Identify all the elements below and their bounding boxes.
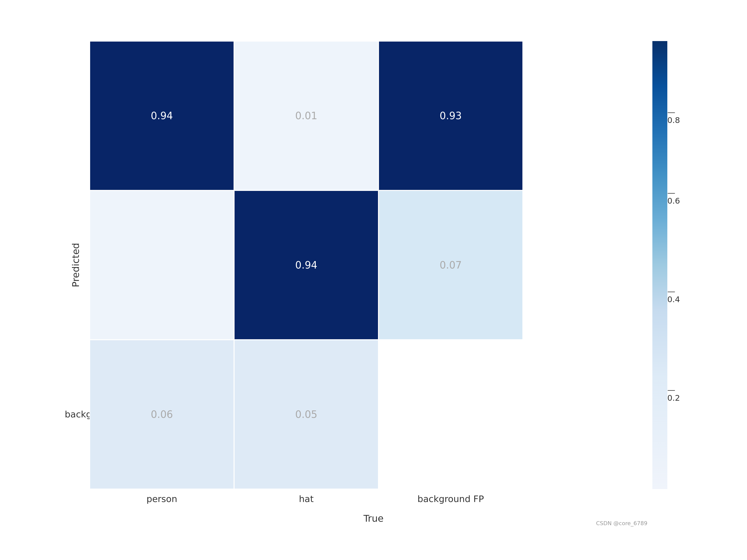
cell-value-0-0: 0.94 <box>151 110 173 122</box>
cell-value-0-2: 0.93 <box>439 110 462 122</box>
cell-value-1-2: 0.07 <box>439 259 462 271</box>
cell-1-1: 0.94 <box>234 190 379 340</box>
x-tick-background-fp: background FP <box>379 494 523 504</box>
cell-0-0: 0.94 <box>89 41 234 190</box>
cell-2-0: 0.06 <box>89 340 234 489</box>
x-tick-labels: person hat background FP <box>89 494 523 504</box>
cell-2-1: 0.05 <box>234 340 379 489</box>
cell-value-2-0: 0.06 <box>151 409 173 420</box>
cell-1-0 <box>89 190 234 340</box>
x-tick-hat: hat <box>234 494 379 504</box>
cell-0-1: 0.01 <box>234 41 379 190</box>
watermark: CSDN @core_6789 <box>596 520 647 526</box>
colorbar: — 0.8— 0.6— 0.4— 0.2 <box>652 41 682 489</box>
cell-value-1-1: 0.94 <box>295 259 317 271</box>
cell-value-2-1: 0.05 <box>295 409 317 420</box>
cell-0-2: 0.93 <box>379 41 523 190</box>
colorbar-tick-0.4: — 0.4 <box>667 288 680 303</box>
colorbar-ticks: — 0.8— 0.6— 0.4— 0.2 <box>667 41 670 489</box>
cell-1-2: 0.07 <box>379 190 523 340</box>
colorbar-tick-0.8: — 0.8 <box>667 108 680 124</box>
confusion-matrix: 0.940.010.930.940.070.060.05 <box>89 41 523 489</box>
chart-inner: Predicted person hat background FN 0.940… <box>50 31 697 529</box>
x-axis-label: True <box>364 513 384 524</box>
cell-2-2 <box>379 340 523 489</box>
colorbar-gradient <box>652 41 667 489</box>
matrix-grid: 0.940.010.930.940.070.060.05 <box>89 41 523 489</box>
cell-value-0-1: 0.01 <box>295 110 317 122</box>
colorbar-tick-0.2: — 0.2 <box>667 386 680 402</box>
chart-container: Predicted person hat background FN 0.940… <box>0 0 747 560</box>
x-tick-person: person <box>89 494 234 504</box>
colorbar-tick-0.6: — 0.6 <box>667 189 680 205</box>
